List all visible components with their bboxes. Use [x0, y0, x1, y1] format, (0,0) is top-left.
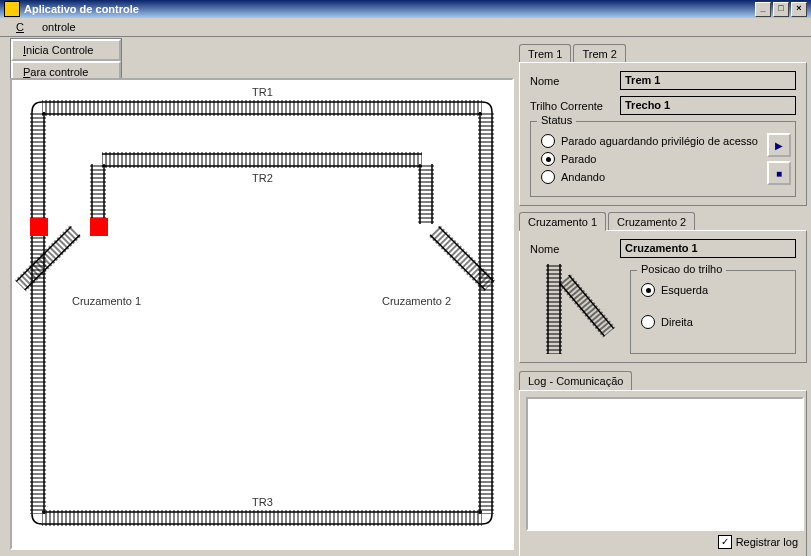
label-cruzamento-1: Cruzamento 1 — [72, 295, 141, 307]
track-svg — [12, 80, 512, 548]
maximize-button[interactable]: □ — [773, 2, 789, 17]
tab-trem-2[interactable]: Trem 2 — [573, 44, 625, 62]
label-cruzamento-2: Cruzamento 2 — [382, 295, 451, 307]
label-tr2: TR2 — [252, 172, 273, 184]
play-button[interactable]: ▶ — [767, 133, 791, 157]
tab-trem-1[interactable]: Trem 1 — [519, 44, 571, 63]
app-window: Aplicativo de controle _ □ × Controle In… — [0, 0, 811, 556]
posicao-group: Posicao do trilho Esquerda Direita — [630, 270, 796, 354]
train-1-marker — [30, 218, 48, 236]
pos-option-esquerda: Esquerda — [661, 284, 708, 296]
status-radio-waiting[interactable] — [541, 134, 555, 148]
train-name-label: Nome — [530, 75, 616, 87]
log-tab[interactable]: Log - Comunicação — [519, 371, 632, 390]
cruz-name-field[interactable]: Cruzamento 1 — [620, 239, 796, 258]
pos-radio-direita[interactable] — [641, 315, 655, 329]
status-legend: Status — [537, 114, 576, 126]
cruz-name-label: Nome — [530, 243, 616, 255]
label-tr1: TR1 — [252, 86, 273, 98]
status-radio-parado[interactable] — [541, 152, 555, 166]
status-radio-andando[interactable] — [541, 170, 555, 184]
minimize-button[interactable]: _ — [755, 2, 771, 17]
status-option-waiting: Parado aguardando privilégio de acesso — [561, 135, 758, 147]
tab-cruzamento-2[interactable]: Cruzamento 2 — [608, 212, 695, 230]
pos-option-direita: Direita — [661, 316, 693, 328]
status-group: Status Parado aguardando privilégio de a… — [530, 121, 796, 197]
menu-controle[interactable]: Controle — [4, 19, 82, 35]
trilho-corrente-label: Trilho Corrente — [530, 100, 616, 112]
svg-rect-33 — [558, 274, 615, 338]
log-panel: Log - Comunicação ✓ Registrar log — [519, 371, 807, 556]
svg-rect-21 — [15, 225, 81, 291]
right-panel: Trem 1 Trem 2 Nome Trem 1 Trilho Corrent… — [519, 38, 807, 552]
track-canvas: TR1 TR2 TR3 Cruzamento 1 Cruzamento 2 — [10, 78, 514, 550]
pos-radio-esquerda[interactable] — [641, 283, 655, 297]
train-tabset: Trem 1 Trem 2 Nome Trem 1 Trilho Corrent… — [519, 42, 807, 206]
stop-button[interactable]: ■ — [767, 161, 791, 185]
tab-cruzamento-1[interactable]: Cruzamento 1 — [519, 212, 606, 231]
posicao-legend: Posicao do trilho — [637, 263, 726, 275]
titlebar: Aplicativo de controle _ □ × — [0, 0, 811, 18]
cruzamento-tabset: Cruzamento 1 Cruzamento 2 Nome Cruzament… — [519, 210, 807, 363]
registrar-log-checkbox[interactable]: ✓ — [718, 535, 732, 549]
window-title: Aplicativo de controle — [24, 3, 139, 15]
log-textarea[interactable] — [526, 397, 804, 531]
train-name-field[interactable]: Trem 1 — [620, 71, 796, 90]
trilho-corrente-field[interactable]: Trecho 1 — [620, 96, 796, 115]
close-button[interactable]: × — [791, 2, 807, 17]
train-2-marker — [90, 218, 108, 236]
status-option-parado: Parado — [561, 153, 596, 165]
cruzamento-icon — [530, 264, 620, 354]
status-option-andando: Andando — [561, 171, 605, 183]
label-tr3: TR3 — [252, 496, 273, 508]
app-icon — [4, 1, 20, 17]
start-control-button[interactable]: Inicia Controle — [11, 39, 121, 61]
menubar: Controle — [0, 18, 811, 37]
registrar-log-label: Registrar log — [736, 536, 798, 548]
